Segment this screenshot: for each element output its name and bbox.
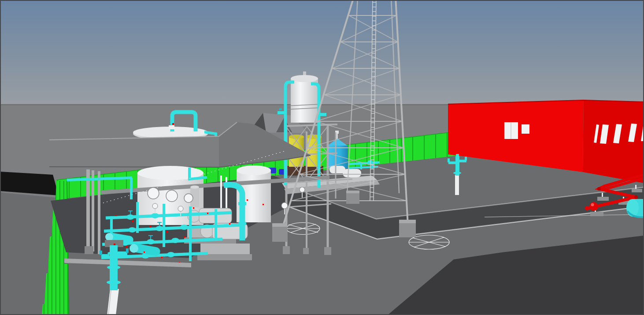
window xyxy=(522,124,529,134)
cad-3d-viewport[interactable] xyxy=(0,0,644,315)
cyan-horizontal-tank[interactable] xyxy=(626,199,644,217)
plant-3d-scene[interactable] xyxy=(0,0,644,315)
sky xyxy=(0,0,644,106)
elevated-white-tank[interactable] xyxy=(287,71,322,123)
canopy-columns xyxy=(85,169,100,254)
